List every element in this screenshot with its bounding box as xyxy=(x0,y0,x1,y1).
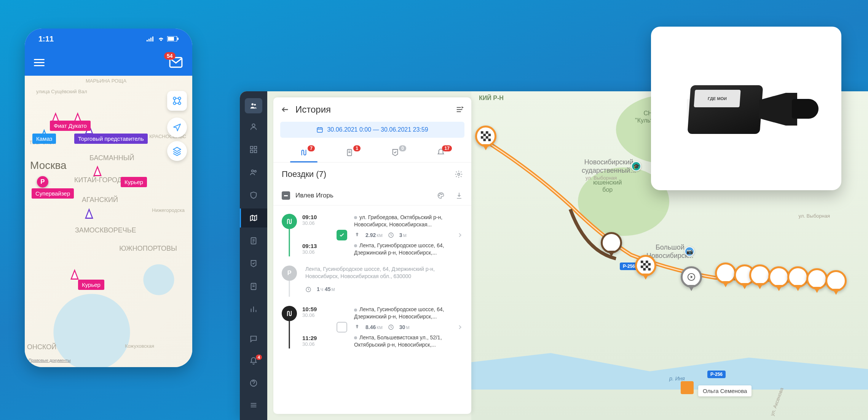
svg-rect-6 xyxy=(177,38,179,40)
trips-list[interactable]: 09:1030.06 09:1330.06 ул. Грибоедова, Ок… xyxy=(273,205,471,414)
nav-item-shield[interactable] xyxy=(240,186,267,205)
svg-point-12 xyxy=(252,103,254,106)
nav-item-alerts[interactable]: 4 xyxy=(240,352,267,371)
menu-button[interactable] xyxy=(34,57,45,68)
nav-item-people[interactable] xyxy=(240,163,267,182)
svg-point-20 xyxy=(254,170,256,172)
trip-address: Лента, Большевистская ул., 52/1, Октябрь… xyxy=(354,334,442,348)
map-pin[interactable] xyxy=(749,264,771,286)
chevron-right-icon xyxy=(457,232,463,238)
tab-alerts[interactable]: 17 xyxy=(418,143,464,162)
trip-times: 09:1030.06 09:1330.06 xyxy=(302,214,330,256)
tab-badge: 7 xyxy=(308,145,315,151)
object-tag[interactable]: Курьер xyxy=(78,280,104,290)
palette-button[interactable] xyxy=(437,192,445,199)
duration-icon xyxy=(305,286,311,293)
nav-group-button[interactable] xyxy=(245,98,262,113)
svg-rect-38 xyxy=(486,131,488,134)
svg-rect-0 xyxy=(147,40,148,41)
trip-checkbox[interactable] xyxy=(337,322,347,332)
nav-item-profile[interactable] xyxy=(240,117,267,136)
product-card: ГДЕ МОИ xyxy=(651,27,841,190)
nav-item-check[interactable] xyxy=(240,254,267,273)
parking-address: Лента, Гусинобродское шоссе, 64, Дзержин… xyxy=(305,266,463,280)
download-button[interactable] xyxy=(455,192,463,199)
district-label: АГАНСКИЙ xyxy=(82,196,118,204)
notifications-badge: 54 xyxy=(164,52,176,60)
trip-address: Лента, Гусинобродское шоссе, 64, Дзержин… xyxy=(354,242,444,256)
nav-item-more[interactable] xyxy=(240,396,267,415)
collapse-button[interactable] xyxy=(455,105,464,114)
nav-item-doc[interactable] xyxy=(240,277,267,296)
checkbox-indeterminate[interactable] xyxy=(282,191,290,200)
nav-item-map[interactable] xyxy=(240,208,267,228)
nav-item-reports[interactable] xyxy=(240,300,267,319)
street-label: Кожуховская xyxy=(125,343,154,349)
object-tag[interactable]: Камаз xyxy=(32,134,56,144)
svg-rect-3 xyxy=(152,37,153,41)
mobile-map[interactable]: МАРЬИНА РОЩА улица Сущёвский Вал СОКО ТВ… xyxy=(25,76,192,367)
object-tag[interactable]: Торговый представитель xyxy=(74,134,148,144)
map-pin[interactable] xyxy=(715,262,736,284)
nav-item-tasks[interactable] xyxy=(240,231,267,250)
notifications-button[interactable]: 54 xyxy=(169,55,183,70)
tab-routes[interactable]: 7 xyxy=(281,143,327,162)
map-pin[interactable] xyxy=(601,232,622,253)
object-tag[interactable]: Фиат Дукато xyxy=(50,121,91,131)
object-arrow-icon[interactable] xyxy=(70,269,79,280)
svg-rect-51 xyxy=(646,266,648,268)
map-pin[interactable] xyxy=(787,266,809,288)
legal-link[interactable]: Правовые документы xyxy=(29,358,70,363)
settings-button[interactable] xyxy=(455,170,463,178)
parking-item[interactable]: P Лента, Гусинобродское шоссе, 64, Дзерж… xyxy=(282,261,463,302)
trip-address: ул. Грибоедова, Октябрьский р-н, Новосиб… xyxy=(354,214,442,228)
trip-times: 10:5930.06 11:2930.06 xyxy=(302,306,330,348)
district-label: ОНСКОЙ xyxy=(27,343,56,351)
object-label[interactable]: Ольга Семенова xyxy=(698,385,752,396)
svg-rect-26 xyxy=(251,407,257,407)
device-image: ГДЕ МОИ xyxy=(674,76,819,141)
locate-button[interactable] xyxy=(167,118,187,137)
svg-rect-37 xyxy=(481,131,483,134)
nav-item-help[interactable] xyxy=(240,374,267,393)
parking-marker[interactable]: P xyxy=(37,176,48,188)
calendar-icon xyxy=(316,126,323,133)
wifi-icon xyxy=(157,36,165,41)
svg-rect-46 xyxy=(641,261,643,263)
person-row[interactable]: Ивлев Игорь xyxy=(273,186,471,205)
trip-checkbox[interactable] xyxy=(337,230,347,240)
object-arrow-icon[interactable] xyxy=(85,208,93,219)
object-tag[interactable]: Курьер xyxy=(121,177,147,187)
svg-rect-18 xyxy=(254,150,257,153)
svg-point-32 xyxy=(442,194,442,195)
object-marker[interactable] xyxy=(681,381,694,394)
trip-item[interactable]: 09:1030.06 09:1330.06 ул. Грибоедова, Ок… xyxy=(282,209,463,261)
svg-rect-44 xyxy=(488,139,491,142)
trip-item[interactable]: 10:5930.06 11:2930.06 Лента, Гусинобродс… xyxy=(282,301,463,353)
history-tabs: 7 1 0 17 xyxy=(273,143,471,162)
nav-item-chat[interactable] xyxy=(240,329,267,348)
svg-rect-16 xyxy=(254,146,257,149)
nav-item-dashboard[interactable] xyxy=(240,140,267,159)
map-layers-button[interactable] xyxy=(167,91,187,111)
layers-stack-button[interactable] xyxy=(167,141,187,161)
map-pin-start[interactable] xyxy=(475,126,496,147)
date-range-text: 30.06.2021 0:00 — 30.06.2021 23:59 xyxy=(327,126,428,133)
svg-rect-48 xyxy=(643,263,646,266)
object-arrow-icon[interactable] xyxy=(93,165,102,176)
date-range-picker[interactable]: 30.06.2021 0:00 — 30.06.2021 23:59 xyxy=(280,122,464,138)
svg-rect-39 xyxy=(483,134,486,137)
district-label: ЮЖНОПОРТОВЫ xyxy=(119,245,177,253)
map-pin-checker[interactable] xyxy=(635,255,656,276)
map-pin[interactable] xyxy=(768,266,790,288)
duration-icon xyxy=(388,232,394,238)
map-pin-play[interactable] xyxy=(681,266,702,288)
map-pin[interactable] xyxy=(806,268,828,290)
section-title: Поездки (7) xyxy=(282,169,455,179)
back-button[interactable] xyxy=(281,105,289,114)
map-pin[interactable] xyxy=(825,270,847,291)
status-bar: 1:11 xyxy=(25,29,192,49)
object-tag[interactable]: Супервайзер xyxy=(32,188,74,199)
tab-tasks[interactable]: 1 xyxy=(327,143,372,162)
tab-checks[interactable]: 0 xyxy=(372,143,418,162)
